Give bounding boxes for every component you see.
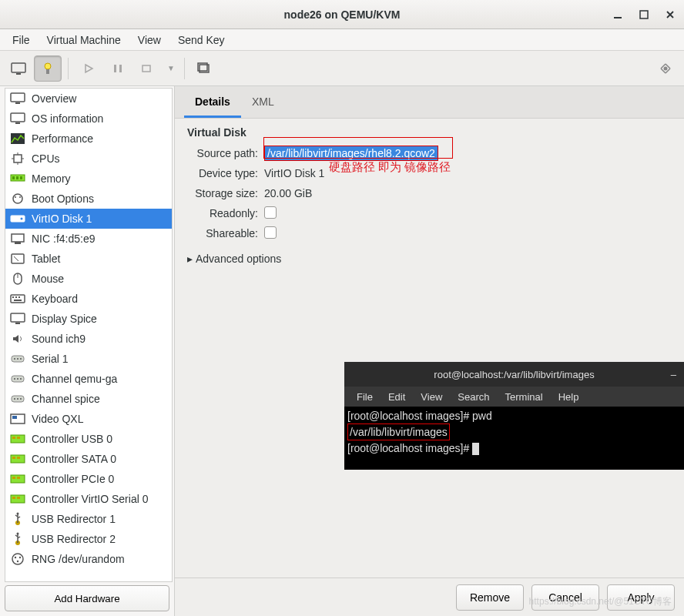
details-view-button[interactable]	[34, 55, 62, 82]
section-title: Virtual Disk	[187, 126, 672, 139]
sidebar-item-os-information[interactable]: OS information	[5, 109, 172, 129]
shutdown-button[interactable]	[133, 55, 161, 82]
sidebar-item-label: Controller PCIe 0	[32, 473, 114, 485]
fullscreen-button[interactable]	[652, 55, 679, 82]
sidebar-item-controller-pcie-0[interactable]: Controller PCIe 0	[5, 469, 172, 489]
sidebar-item-cpus[interactable]: CPUs	[5, 149, 172, 169]
sidebar-item-controller-virtio-serial-0[interactable]: Controller VirtIO Serial 0	[5, 489, 172, 509]
readonly-checkbox[interactable]	[264, 206, 277, 219]
sidebar-item-virtio-disk-1[interactable]: VirtIO Disk 1	[5, 209, 172, 229]
svg-point-26	[21, 218, 23, 220]
sidebar-item-tablet[interactable]: Tablet	[5, 249, 172, 269]
terminal-titlebar[interactable]: root@localhost:/var/lib/libvirt/images –	[344, 362, 684, 387]
sidebar-item-label: Mouse	[32, 273, 64, 285]
sidebar-item-usb-redirector-1[interactable]: USB Redirector 1	[5, 509, 172, 529]
serial-icon	[8, 351, 27, 367]
sidebar-item-controller-usb-0[interactable]: Controller USB 0	[5, 429, 172, 449]
sidebar-item-nic-f4-d5-e9[interactable]: NIC :f4:d5:e9	[5, 229, 172, 249]
run-button[interactable]	[75, 55, 102, 82]
advanced-options-expander[interactable]: ▸ Advanced options	[187, 253, 672, 265]
terminal-menu-terminal[interactable]: Terminal	[498, 389, 551, 405]
tab-xml[interactable]: XML	[241, 89, 285, 118]
chevron-right-icon: ▸	[187, 253, 193, 265]
window-maximize-button[interactable]	[633, 4, 655, 25]
usb-icon	[8, 511, 27, 527]
cpu-icon	[8, 151, 27, 166]
svg-rect-36	[14, 300, 22, 301]
terminal-menu-file[interactable]: File	[349, 389, 381, 405]
watermark: https://blog.csdn.net/@51CTO博客	[529, 595, 672, 608]
snapshot-button[interactable]	[191, 55, 219, 82]
tablet-icon	[8, 251, 27, 266]
sidebar-item-controller-sata-0[interactable]: Controller SATA 0	[5, 449, 172, 469]
menu-file[interactable]: File	[5, 29, 38, 50]
terminal-menu-help[interactable]: Help	[551, 389, 587, 405]
svg-rect-38	[15, 323, 20, 324]
monitor-icon	[8, 91, 27, 106]
sidebar-item-sound-ich9[interactable]: Sound ich9	[5, 329, 172, 349]
source-path-value[interactable]: /var/lib/libvirt/images/rhel8.2.qcow2	[264, 146, 438, 161]
sidebar-item-usb-redirector-2[interactable]: USB Redirector 2	[5, 529, 172, 549]
sidebar-item-memory[interactable]: Memory	[5, 169, 172, 189]
terminal-menu-edit[interactable]: Edit	[381, 389, 413, 405]
sidebar-item-label: Memory	[32, 172, 71, 185]
sidebar-item-performance[interactable]: Performance	[5, 129, 172, 149]
svg-rect-12	[11, 93, 25, 102]
svg-rect-20	[16, 176, 18, 179]
menu-virtual-machine[interactable]: Virtual Machine	[39, 29, 129, 50]
pause-button[interactable]	[104, 55, 132, 82]
sidebar-item-overview[interactable]: Overview	[5, 89, 172, 109]
video-icon	[8, 411, 27, 427]
sidebar-item-rng-dev-urandom[interactable]: RNG /dev/urandom	[5, 549, 172, 569]
svg-rect-2	[12, 63, 25, 72]
tab-details[interactable]: Details	[184, 89, 241, 118]
terminal-menu-view[interactable]: View	[413, 389, 450, 405]
sidebar-item-label: Overview	[32, 92, 76, 105]
controller-icon	[8, 451, 27, 467]
menubar: File Virtual Machine View Send Key	[0, 29, 684, 51]
sidebar-item-label: NIC :f4:d5:e9	[32, 233, 96, 245]
sidebar-item-mouse[interactable]: Mouse	[5, 269, 172, 289]
terminal-minimize-button[interactable]: –	[671, 369, 676, 380]
menu-view[interactable]: View	[130, 29, 169, 50]
svg-rect-8	[142, 65, 150, 72]
sidebar-item-display-spice[interactable]: Display Spice	[5, 309, 172, 329]
console-view-button[interactable]	[5, 55, 32, 82]
sidebar-item-boot-options[interactable]: Boot Options	[5, 189, 172, 209]
hardware-list: OverviewOS informationPerformanceCPUsMem…	[5, 88, 173, 582]
sidebar-item-label: Channel spice	[32, 393, 100, 405]
svg-rect-1	[640, 11, 648, 18]
window-minimize-button[interactable]	[607, 4, 629, 25]
svg-rect-3	[16, 73, 21, 75]
sidebar-item-channel-qemu-ga[interactable]: Channel qemu-ga	[5, 369, 172, 389]
sidebar-item-channel-spice[interactable]: Channel spice	[5, 389, 172, 409]
toolbar: ▼	[0, 51, 684, 86]
sidebar-item-video-qxl[interactable]: Video QXL	[5, 409, 172, 429]
terminal-title: root@localhost:/var/lib/libvirt/images	[434, 369, 594, 380]
remove-button[interactable]: Remove	[456, 584, 524, 611]
advanced-options-label: Advanced options	[196, 253, 281, 265]
shareable-label: Shareable:	[187, 227, 264, 239]
sidebar-item-serial-1[interactable]: Serial 1	[5, 349, 172, 369]
window-close-button[interactable]	[659, 4, 681, 25]
controller-icon	[8, 431, 27, 447]
channel-icon	[8, 371, 27, 387]
shareable-checkbox[interactable]	[264, 226, 277, 239]
svg-point-50	[20, 398, 22, 400]
svg-rect-33	[12, 296, 14, 298]
sidebar-item-keyboard[interactable]: Keyboard	[5, 289, 172, 309]
toolbar-separator	[184, 58, 185, 79]
svg-point-42	[20, 358, 22, 360]
svg-rect-21	[20, 176, 22, 179]
device-type-label: Device type:	[187, 167, 264, 179]
terminal-body[interactable]: [root@localhost images]# pwd /var/lib/li…	[344, 407, 684, 470]
svg-point-66	[17, 513, 19, 515]
svg-rect-60	[12, 477, 15, 479]
storage-size-label: Storage size:	[187, 187, 264, 199]
terminal-menu-search[interactable]: Search	[450, 389, 497, 405]
svg-rect-6	[114, 65, 116, 72]
shutdown-menu-button[interactable]: ▼	[163, 55, 178, 82]
add-hardware-button[interactable]: Add Hardware	[5, 585, 169, 611]
menu-send-key[interactable]: Send Key	[170, 29, 233, 50]
memory-icon	[8, 171, 27, 186]
